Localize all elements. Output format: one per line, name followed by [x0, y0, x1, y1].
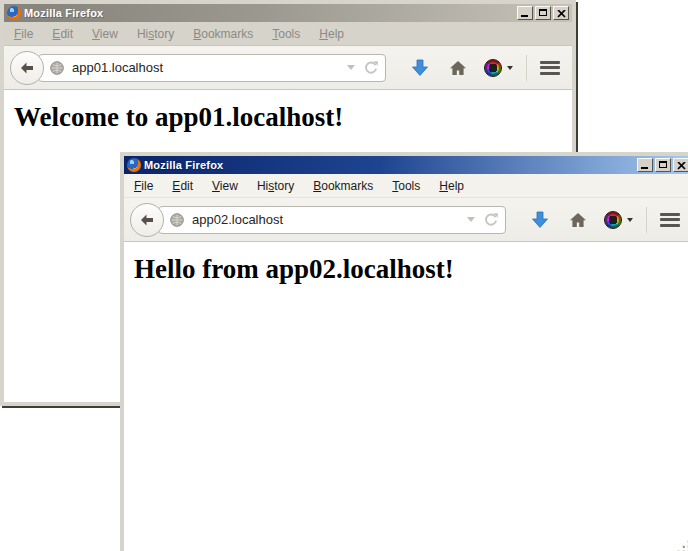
- back-button[interactable]: [10, 51, 44, 85]
- close-icon: [557, 10, 566, 18]
- menu-tools[interactable]: Tools: [272, 27, 300, 41]
- addon-button[interactable]: [484, 59, 513, 77]
- desktop: Mozilla Firefox File Edit View History B…: [0, 0, 688, 551]
- close-button[interactable]: [553, 6, 569, 20]
- app-menu-button[interactable]: [538, 56, 562, 79]
- window-controls: [637, 158, 688, 172]
- hamburger-icon: [540, 61, 560, 64]
- menu-tools[interactable]: Tools: [392, 179, 420, 193]
- hamburger-icon: [660, 213, 680, 216]
- maximize-icon: [539, 9, 547, 16]
- menu-bookmarks[interactable]: Bookmarks: [193, 27, 253, 41]
- resize-grip[interactable]: [676, 539, 688, 551]
- home-button[interactable]: [568, 210, 588, 230]
- firefox-icon: [127, 158, 141, 172]
- site-identity-globe-icon[interactable]: [169, 212, 185, 228]
- home-icon: [568, 210, 588, 230]
- toolbar-separator: [526, 55, 527, 81]
- minimize-icon: [641, 167, 648, 169]
- window-title: Mozilla Firefox: [144, 159, 223, 171]
- downloads-button[interactable]: [410, 58, 430, 78]
- minimize-button[interactable]: [637, 158, 653, 172]
- menu-edit[interactable]: Edit: [172, 179, 193, 193]
- browser-window-app02: Mozilla Firefox File Edit View History B…: [120, 152, 688, 551]
- navigation-toolbar: app02.localhost: [124, 198, 688, 242]
- minimize-button[interactable]: [517, 6, 533, 20]
- home-button[interactable]: [448, 58, 468, 78]
- url-text: app01.localhost: [72, 60, 343, 75]
- addon-caret-icon: [627, 218, 633, 222]
- maximize-icon: [659, 161, 667, 168]
- downloads-button[interactable]: [530, 210, 550, 230]
- menu-history[interactable]: History: [257, 179, 294, 193]
- navigation-toolbar: app01.localhost: [4, 46, 572, 90]
- addon-button[interactable]: [604, 211, 633, 229]
- menu-bookmarks[interactable]: Bookmarks: [313, 179, 373, 193]
- urlbar-dropdown-icon[interactable]: [347, 65, 355, 70]
- downloads-arrow-icon: [530, 210, 550, 230]
- title-bar[interactable]: Mozilla Firefox: [124, 156, 688, 174]
- maximize-button[interactable]: [655, 158, 671, 172]
- firefox-icon: [7, 6, 21, 20]
- menu-help[interactable]: Help: [319, 27, 344, 41]
- close-button[interactable]: [673, 158, 688, 172]
- menu-help[interactable]: Help: [439, 179, 464, 193]
- page-heading: Welcome to app01.localhost!: [4, 90, 572, 133]
- url-bar[interactable]: app02.localhost: [158, 206, 506, 234]
- menu-file[interactable]: File: [134, 179, 153, 193]
- url-bar[interactable]: app01.localhost: [38, 54, 386, 82]
- menu-edit[interactable]: Edit: [52, 27, 73, 41]
- close-icon: [677, 162, 686, 170]
- url-text: app02.localhost: [192, 212, 463, 227]
- menu-file[interactable]: File: [14, 27, 33, 41]
- back-arrow-icon: [19, 60, 35, 76]
- app-menu-button[interactable]: [658, 208, 682, 231]
- maximize-button[interactable]: [535, 6, 551, 20]
- back-arrow-icon: [139, 212, 155, 228]
- reload-icon[interactable]: [363, 60, 379, 76]
- downloads-arrow-icon: [410, 58, 430, 78]
- window-title: Mozilla Firefox: [24, 7, 103, 19]
- home-icon: [448, 58, 468, 78]
- back-button[interactable]: [130, 203, 164, 237]
- menu-view[interactable]: View: [92, 27, 118, 41]
- minimize-icon: [521, 15, 528, 17]
- reload-icon[interactable]: [483, 212, 499, 228]
- color-wheel-icon: [484, 59, 502, 77]
- menu-history[interactable]: History: [137, 27, 174, 41]
- menu-bar: File Edit View History Bookmarks Tools H…: [124, 174, 688, 198]
- menu-view[interactable]: View: [212, 179, 238, 193]
- toolbar-separator: [646, 207, 647, 233]
- addon-caret-icon: [507, 66, 513, 70]
- color-wheel-icon: [604, 211, 622, 229]
- page-content: Hello from app02.localhost!: [124, 242, 688, 551]
- page-heading: Hello from app02.localhost!: [124, 242, 688, 285]
- title-bar[interactable]: Mozilla Firefox: [4, 4, 572, 22]
- site-identity-globe-icon[interactable]: [49, 60, 65, 76]
- urlbar-dropdown-icon[interactable]: [467, 217, 475, 222]
- window-controls: [517, 6, 570, 20]
- menu-bar: File Edit View History Bookmarks Tools H…: [4, 22, 572, 46]
